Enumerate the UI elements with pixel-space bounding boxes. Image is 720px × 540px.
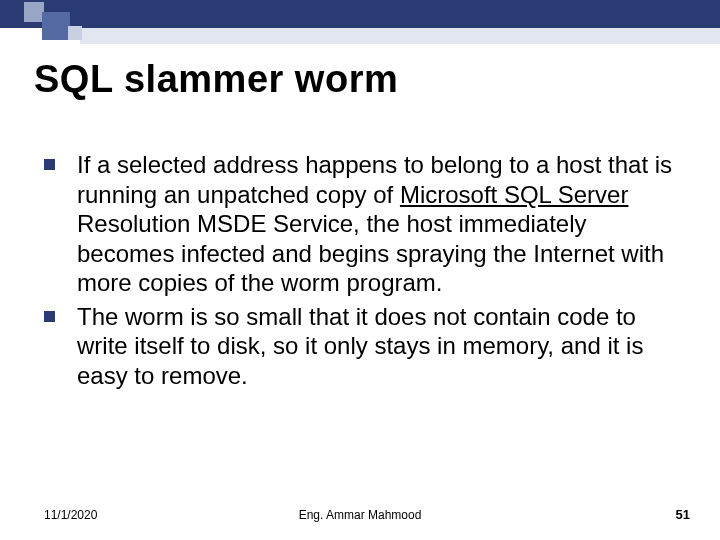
list-item: If a selected address happens to belong … <box>44 150 684 298</box>
slide-title: SQL slammer worm <box>34 58 398 101</box>
square-bullet-icon <box>44 311 55 322</box>
slide-body: If a selected address happens to belong … <box>44 150 684 394</box>
text-segment: Resolution MSDE Service, the host immedi… <box>77 210 664 296</box>
text-underlined: Microsoft SQL Server <box>400 181 629 208</box>
footer-page-number: 51 <box>676 507 690 522</box>
decor-square-light <box>24 2 44 22</box>
footer-author: Eng. Ammar Mahmood <box>0 508 720 522</box>
list-item: The worm is so small that it does not co… <box>44 302 684 391</box>
top-light-bar <box>80 28 720 44</box>
decor-square-medium <box>42 12 70 40</box>
top-dark-bar <box>0 0 720 28</box>
bullet-text: If a selected address happens to belong … <box>77 150 684 298</box>
square-bullet-icon <box>44 159 55 170</box>
decor-square-small <box>68 26 82 40</box>
top-decoration <box>0 0 720 44</box>
text-segment: The worm is so small that it does not co… <box>77 303 643 389</box>
slide: SQL slammer worm If a selected address h… <box>0 0 720 540</box>
bullet-text: The worm is so small that it does not co… <box>77 302 684 391</box>
